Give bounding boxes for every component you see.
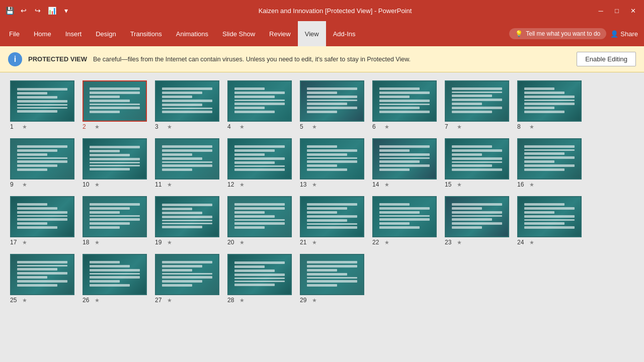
list-item[interactable]: 11★	[155, 138, 219, 188]
tab-insert[interactable]: Insert	[58, 21, 89, 46]
slide-star-icon[interactable]: ★	[239, 239, 245, 246]
tab-review[interactable]: Review	[262, 21, 298, 46]
presenter-icon[interactable]: 📊	[46, 5, 57, 16]
slide-star-icon[interactable]: ★	[239, 124, 245, 130]
slide-star-icon[interactable]: ★	[312, 182, 317, 188]
redo-icon[interactable]: ↪	[32, 5, 43, 16]
slide-star-icon[interactable]: ★	[95, 182, 100, 188]
close-button[interactable]: ✕	[626, 4, 640, 18]
slide-star-icon[interactable]: ★	[457, 124, 462, 130]
list-item[interactable]: 20★	[227, 196, 292, 246]
slide-star-icon[interactable]: ★	[529, 239, 534, 246]
info-icon: i	[8, 52, 22, 66]
slide-number: 22	[372, 239, 382, 246]
list-item[interactable]: 5★	[300, 80, 364, 130]
slide-number: 15	[445, 181, 455, 188]
share-label: Share	[620, 30, 638, 38]
enable-editing-button[interactable]: Enable Editing	[577, 52, 636, 66]
slide-star-icon[interactable]: ★	[312, 124, 317, 130]
list-item[interactable]: 29★	[300, 254, 364, 304]
list-item[interactable]: 16★	[517, 138, 582, 188]
slide-number: 19	[155, 239, 165, 246]
list-item[interactable]: 27★	[155, 254, 219, 304]
tab-slideshow[interactable]: Slide Show	[215, 21, 262, 46]
undo-icon[interactable]: ↩	[18, 5, 29, 16]
tab-design[interactable]: Design	[89, 21, 123, 46]
slide-star-icon[interactable]: ★	[529, 124, 534, 130]
list-item[interactable]: 2★	[83, 80, 147, 130]
slide-number: 29	[300, 297, 310, 304]
list-item[interactable]: 4★	[227, 80, 292, 130]
slide-star-icon[interactable]: ★	[95, 124, 100, 130]
list-item[interactable]: 24★	[517, 196, 582, 246]
slide-number: 16	[517, 181, 527, 188]
slide-number: 8	[517, 123, 527, 130]
list-item[interactable]: 12★	[227, 138, 292, 188]
tab-home[interactable]: Home	[27, 21, 58, 46]
slide-star-icon[interactable]: ★	[95, 239, 100, 246]
slide-number: 7	[445, 123, 455, 130]
protected-view-message: Be careful—files from the Internet can c…	[93, 56, 571, 63]
slide-star-icon[interactable]: ★	[22, 239, 27, 246]
list-item[interactable]: 23★	[445, 196, 509, 246]
slide-star-icon[interactable]: ★	[22, 124, 27, 130]
save-icon[interactable]: 💾	[4, 5, 15, 16]
slide-number: 10	[83, 181, 93, 188]
slide-star-icon[interactable]: ★	[457, 239, 462, 246]
slide-star-icon[interactable]: ★	[312, 239, 317, 246]
list-item[interactable]: 6★	[372, 80, 437, 130]
restore-button[interactable]: □	[610, 4, 624, 18]
slide-star-icon[interactable]: ★	[95, 297, 100, 304]
slide-star-icon[interactable]: ★	[529, 182, 534, 188]
list-item[interactable]: 8★	[517, 80, 582, 130]
slide-star-icon[interactable]: ★	[167, 182, 172, 188]
slide-star-icon[interactable]: ★	[22, 297, 27, 304]
minimize-button[interactable]: ─	[594, 4, 608, 18]
slide-star-icon[interactable]: ★	[167, 239, 172, 246]
dropdown-icon[interactable]: ▾	[60, 5, 71, 16]
slide-number: 17	[10, 239, 20, 246]
tab-transitions[interactable]: Transitions	[123, 21, 169, 46]
slide-sorter-view: 1★2★3★4★5★6★7★8★9★10★11★12★13★14★15★16★1…	[0, 72, 644, 362]
tab-addins[interactable]: Add-Ins	[326, 21, 363, 46]
slide-star-icon[interactable]: ★	[384, 182, 389, 188]
slide-star-icon[interactable]: ★	[384, 124, 389, 130]
list-item[interactable]: 28★	[227, 254, 292, 304]
ribbon-right: 💡 Tell me what you want to do 👤 Share	[509, 28, 642, 39]
tab-animations[interactable]: Animations	[169, 21, 215, 46]
slide-star-icon[interactable]: ★	[457, 182, 462, 188]
protected-view-label: PROTECTED VIEW	[28, 55, 87, 63]
list-item[interactable]: 14★	[372, 138, 437, 188]
slide-star-icon[interactable]: ★	[239, 297, 245, 304]
list-item[interactable]: 1★	[10, 80, 74, 130]
titlebar: 💾 ↩ ↪ 📊 ▾ Kaizen and Innovation [Protect…	[0, 0, 644, 21]
list-item[interactable]: 7★	[445, 80, 509, 130]
list-item[interactable]: 19★	[155, 196, 219, 246]
list-item[interactable]: 22★	[372, 196, 437, 246]
list-item[interactable]: 10★	[83, 138, 147, 188]
tab-view[interactable]: View	[298, 21, 326, 46]
list-item[interactable]: 21★	[300, 196, 364, 246]
slide-number: 25	[10, 297, 20, 304]
tab-file[interactable]: File	[2, 21, 27, 46]
slide-number: 4	[227, 123, 237, 130]
list-item[interactable]: 17★	[10, 196, 74, 246]
slide-star-icon[interactable]: ★	[22, 182, 27, 188]
list-item[interactable]: 13★	[300, 138, 364, 188]
list-item[interactable]: 18★	[83, 196, 147, 246]
titlebar-wincontrols: ─ □ ✕	[594, 4, 640, 18]
tell-me-text: Tell me what you want to do	[526, 30, 600, 37]
tell-me-input[interactable]: 💡 Tell me what you want to do	[509, 28, 606, 39]
slide-star-icon[interactable]: ★	[167, 297, 172, 304]
slide-number: 1	[10, 123, 20, 130]
slide-star-icon[interactable]: ★	[239, 182, 245, 188]
list-item[interactable]: 26★	[83, 254, 147, 304]
list-item[interactable]: 15★	[445, 138, 509, 188]
share-button[interactable]: 👤 Share	[610, 30, 638, 38]
slide-star-icon[interactable]: ★	[312, 297, 317, 304]
list-item[interactable]: 9★	[10, 138, 74, 188]
list-item[interactable]: 25★	[10, 254, 74, 304]
slide-star-icon[interactable]: ★	[167, 124, 172, 130]
slide-star-icon[interactable]: ★	[384, 239, 389, 246]
list-item[interactable]: 3★	[155, 80, 219, 130]
